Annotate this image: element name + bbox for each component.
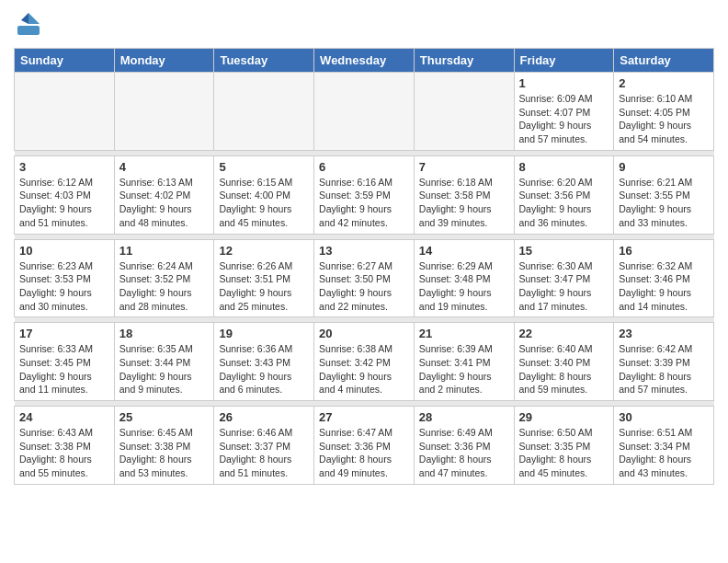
calendar-cell [114, 73, 214, 151]
calendar-cell: 20Sunrise: 6:38 AM Sunset: 3:42 PM Dayli… [314, 323, 415, 401]
calendar-cell: 9Sunrise: 6:21 AM Sunset: 3:55 PM Daylig… [614, 155, 714, 234]
page-header [14, 9, 714, 39]
day-number: 4 [119, 160, 210, 174]
day-number: 2 [619, 76, 709, 90]
day-info: Sunrise: 6:29 AM Sunset: 3:48 PM Dayligh… [419, 259, 509, 314]
day-number: 15 [519, 244, 609, 258]
day-info: Sunrise: 6:24 AM Sunset: 3:52 PM Dayligh… [119, 259, 210, 314]
calendar-week-row: 10Sunrise: 6:23 AM Sunset: 3:53 PM Dayli… [15, 239, 714, 317]
calendar-cell: 7Sunrise: 6:18 AM Sunset: 3:58 PM Daylig… [414, 155, 514, 234]
svg-marker-1 [21, 13, 28, 24]
calendar-cell [214, 73, 314, 151]
weekday-header: Tuesday [214, 49, 314, 73]
calendar-cell: 23Sunrise: 6:42 AM Sunset: 3:39 PM Dayli… [614, 323, 714, 401]
calendar-cell: 8Sunrise: 6:20 AM Sunset: 3:56 PM Daylig… [514, 155, 614, 234]
weekday-header: Monday [114, 49, 214, 73]
calendar-cell: 24Sunrise: 6:43 AM Sunset: 3:38 PM Dayli… [15, 407, 115, 485]
calendar-table: SundayMondayTuesdayWednesdayThursdayFrid… [14, 48, 714, 485]
day-info: Sunrise: 6:15 AM Sunset: 4:00 PM Dayligh… [219, 176, 309, 230]
calendar-cell: 10Sunrise: 6:23 AM Sunset: 3:53 PM Dayli… [15, 239, 115, 317]
weekday-header: Wednesday [314, 49, 415, 73]
day-info: Sunrise: 6:27 AM Sunset: 3:50 PM Dayligh… [319, 259, 409, 314]
weekday-header: Thursday [414, 49, 514, 73]
day-number: 11 [119, 244, 210, 258]
day-number: 3 [19, 160, 109, 174]
day-info: Sunrise: 6:09 AM Sunset: 4:07 PM Dayligh… [519, 92, 609, 146]
day-info: Sunrise: 6:51 AM Sunset: 3:34 PM Dayligh… [619, 426, 709, 480]
calendar-cell: 26Sunrise: 6:46 AM Sunset: 3:37 PM Dayli… [214, 407, 314, 485]
calendar-cell: 17Sunrise: 6:33 AM Sunset: 3:45 PM Dayli… [15, 323, 115, 401]
day-number: 23 [619, 327, 709, 340]
calendar-cell: 30Sunrise: 6:51 AM Sunset: 3:34 PM Dayli… [614, 407, 714, 485]
day-number: 19 [219, 327, 309, 340]
logo [14, 9, 47, 39]
day-number: 16 [619, 244, 709, 258]
day-number: 13 [319, 244, 409, 258]
day-number: 8 [519, 160, 609, 174]
day-info: Sunrise: 6:38 AM Sunset: 3:42 PM Dayligh… [319, 342, 409, 396]
day-info: Sunrise: 6:50 AM Sunset: 3:35 PM Dayligh… [519, 426, 609, 480]
day-number: 30 [619, 410, 709, 424]
day-number: 17 [19, 327, 109, 340]
day-number: 21 [419, 327, 509, 340]
calendar-cell: 27Sunrise: 6:47 AM Sunset: 3:36 PM Dayli… [314, 407, 415, 485]
day-number: 25 [119, 410, 210, 424]
weekday-header: Friday [514, 49, 614, 73]
calendar-week-row: 17Sunrise: 6:33 AM Sunset: 3:45 PM Dayli… [15, 323, 714, 401]
calendar-cell [414, 73, 514, 151]
day-info: Sunrise: 6:42 AM Sunset: 3:39 PM Dayligh… [619, 342, 709, 396]
day-info: Sunrise: 6:23 AM Sunset: 3:53 PM Dayligh… [19, 259, 109, 314]
day-info: Sunrise: 6:12 AM Sunset: 4:03 PM Dayligh… [19, 176, 109, 230]
day-info: Sunrise: 6:47 AM Sunset: 3:36 PM Dayligh… [319, 426, 409, 480]
day-info: Sunrise: 6:30 AM Sunset: 3:47 PM Dayligh… [519, 259, 609, 314]
day-number: 26 [219, 410, 309, 424]
day-number: 1 [519, 76, 609, 90]
day-number: 22 [519, 327, 609, 340]
calendar-cell: 16Sunrise: 6:32 AM Sunset: 3:46 PM Dayli… [614, 239, 714, 317]
day-number: 10 [19, 244, 109, 258]
day-number: 6 [319, 160, 409, 174]
day-info: Sunrise: 6:36 AM Sunset: 3:43 PM Dayligh… [219, 342, 309, 396]
calendar-cell: 19Sunrise: 6:36 AM Sunset: 3:43 PM Dayli… [214, 323, 314, 401]
calendar-cell: 3Sunrise: 6:12 AM Sunset: 4:03 PM Daylig… [15, 155, 115, 234]
calendar-cell: 6Sunrise: 6:16 AM Sunset: 3:59 PM Daylig… [314, 155, 415, 234]
weekday-header: Sunday [15, 49, 115, 73]
day-number: 9 [619, 160, 709, 174]
day-info: Sunrise: 6:46 AM Sunset: 3:37 PM Dayligh… [219, 426, 309, 480]
calendar-cell: 5Sunrise: 6:15 AM Sunset: 4:00 PM Daylig… [214, 155, 314, 234]
day-info: Sunrise: 6:39 AM Sunset: 3:41 PM Dayligh… [419, 342, 509, 396]
calendar-cell: 21Sunrise: 6:39 AM Sunset: 3:41 PM Dayli… [414, 323, 514, 401]
day-info: Sunrise: 6:33 AM Sunset: 3:45 PM Dayligh… [19, 342, 109, 396]
calendar-cell: 15Sunrise: 6:30 AM Sunset: 3:47 PM Dayli… [514, 239, 614, 317]
calendar-cell [314, 73, 415, 151]
calendar-header-row: SundayMondayTuesdayWednesdayThursdayFrid… [15, 49, 714, 73]
day-info: Sunrise: 6:35 AM Sunset: 3:44 PM Dayligh… [119, 342, 210, 396]
day-info: Sunrise: 6:10 AM Sunset: 4:05 PM Dayligh… [619, 92, 709, 146]
day-number: 5 [219, 160, 309, 174]
day-info: Sunrise: 6:26 AM Sunset: 3:51 PM Dayligh… [219, 259, 309, 314]
calendar-cell: 22Sunrise: 6:40 AM Sunset: 3:40 PM Dayli… [514, 323, 614, 401]
day-info: Sunrise: 6:16 AM Sunset: 3:59 PM Dayligh… [319, 176, 409, 230]
day-number: 29 [519, 410, 609, 424]
day-number: 20 [319, 327, 409, 340]
day-info: Sunrise: 6:13 AM Sunset: 4:02 PM Dayligh… [119, 176, 210, 230]
calendar-week-row: 1Sunrise: 6:09 AM Sunset: 4:07 PM Daylig… [15, 73, 714, 151]
calendar-week-row: 3Sunrise: 6:12 AM Sunset: 4:03 PM Daylig… [15, 155, 714, 234]
calendar-cell: 28Sunrise: 6:49 AM Sunset: 3:36 PM Dayli… [414, 407, 514, 485]
day-number: 28 [419, 410, 509, 424]
calendar-cell: 18Sunrise: 6:35 AM Sunset: 3:44 PM Dayli… [114, 323, 214, 401]
day-info: Sunrise: 6:20 AM Sunset: 3:56 PM Dayligh… [519, 176, 609, 230]
logo-icon [14, 9, 43, 39]
day-info: Sunrise: 6:45 AM Sunset: 3:38 PM Dayligh… [119, 426, 210, 480]
calendar-cell: 29Sunrise: 6:50 AM Sunset: 3:35 PM Dayli… [514, 407, 614, 485]
day-info: Sunrise: 6:43 AM Sunset: 3:38 PM Dayligh… [19, 426, 109, 480]
day-number: 27 [319, 410, 409, 424]
calendar-cell: 2Sunrise: 6:10 AM Sunset: 4:05 PM Daylig… [614, 73, 714, 151]
day-number: 7 [419, 160, 509, 174]
page-container: SundayMondayTuesdayWednesdayThursdayFrid… [0, 0, 728, 494]
day-info: Sunrise: 6:18 AM Sunset: 3:58 PM Dayligh… [419, 176, 509, 230]
day-number: 12 [219, 244, 309, 258]
calendar-cell: 11Sunrise: 6:24 AM Sunset: 3:52 PM Dayli… [114, 239, 214, 317]
day-info: Sunrise: 6:21 AM Sunset: 3:55 PM Dayligh… [619, 176, 709, 230]
calendar-cell: 13Sunrise: 6:27 AM Sunset: 3:50 PM Dayli… [314, 239, 415, 317]
